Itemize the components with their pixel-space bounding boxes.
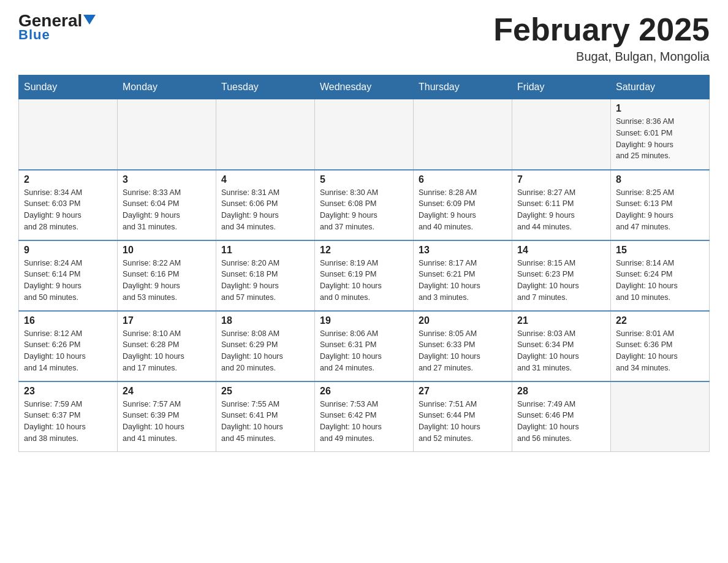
day-cell: 21Sunrise: 8:03 AM Sunset: 6:34 PM Dayli… xyxy=(512,311,611,381)
day-cell xyxy=(315,99,414,170)
day-info: Sunrise: 7:59 AM Sunset: 6:37 PM Dayligh… xyxy=(24,399,112,445)
day-number: 7 xyxy=(517,174,605,185)
day-info: Sunrise: 8:34 AM Sunset: 6:03 PM Dayligh… xyxy=(24,187,112,233)
day-cell: 26Sunrise: 7:53 AM Sunset: 6:42 PM Dayli… xyxy=(315,381,414,452)
day-cell: 27Sunrise: 7:51 AM Sunset: 6:44 PM Dayli… xyxy=(414,381,512,452)
header-monday: Monday xyxy=(118,75,216,99)
day-info: Sunrise: 8:01 AM Sunset: 6:36 PM Dayligh… xyxy=(616,328,704,374)
day-info: Sunrise: 7:53 AM Sunset: 6:42 PM Dayligh… xyxy=(320,399,408,445)
weekday-header-row: Sunday Monday Tuesday Wednesday Thursday… xyxy=(19,75,710,99)
header-saturday: Saturday xyxy=(611,75,710,99)
day-cell: 10Sunrise: 8:22 AM Sunset: 6:16 PM Dayli… xyxy=(118,240,216,311)
day-number: 10 xyxy=(123,245,211,256)
day-cell: 6Sunrise: 8:28 AM Sunset: 6:09 PM Daylig… xyxy=(414,170,512,240)
day-info: Sunrise: 8:14 AM Sunset: 6:24 PM Dayligh… xyxy=(616,258,704,304)
day-number: 16 xyxy=(24,315,112,326)
day-number: 19 xyxy=(320,315,408,326)
day-number: 24 xyxy=(123,386,211,397)
day-number: 17 xyxy=(123,315,211,326)
week-row-3: 9Sunrise: 8:24 AM Sunset: 6:14 PM Daylig… xyxy=(19,240,710,311)
day-cell: 1Sunrise: 8:36 AM Sunset: 6:01 PM Daylig… xyxy=(611,99,710,170)
day-info: Sunrise: 8:12 AM Sunset: 6:26 PM Dayligh… xyxy=(24,328,112,374)
day-number: 9 xyxy=(24,245,112,256)
day-number: 18 xyxy=(221,315,309,326)
week-row-5: 23Sunrise: 7:59 AM Sunset: 6:37 PM Dayli… xyxy=(19,381,710,452)
day-info: Sunrise: 8:17 AM Sunset: 6:21 PM Dayligh… xyxy=(419,258,507,304)
title-area: February 2025 Bugat, Bulgan, Mongolia xyxy=(493,12,710,64)
day-number: 13 xyxy=(419,245,507,256)
day-info: Sunrise: 8:15 AM Sunset: 6:23 PM Dayligh… xyxy=(517,258,605,304)
header-sunday: Sunday xyxy=(19,75,118,99)
header-friday: Friday xyxy=(512,75,611,99)
day-cell xyxy=(512,99,611,170)
day-number: 11 xyxy=(221,245,309,256)
day-cell: 15Sunrise: 8:14 AM Sunset: 6:24 PM Dayli… xyxy=(611,240,710,311)
day-info: Sunrise: 8:05 AM Sunset: 6:33 PM Dayligh… xyxy=(419,328,507,374)
day-number: 1 xyxy=(616,103,704,114)
day-number: 20 xyxy=(419,315,507,326)
day-info: Sunrise: 8:27 AM Sunset: 6:11 PM Dayligh… xyxy=(517,187,605,233)
header-wednesday: Wednesday xyxy=(315,75,414,99)
day-cell: 3Sunrise: 8:33 AM Sunset: 6:04 PM Daylig… xyxy=(118,170,216,240)
day-cell: 5Sunrise: 8:30 AM Sunset: 6:08 PM Daylig… xyxy=(315,170,414,240)
calendar-table: Sunday Monday Tuesday Wednesday Thursday… xyxy=(18,75,710,452)
logo: General Blue xyxy=(18,12,96,43)
header: General Blue February 2025 Bugat, Bulgan… xyxy=(18,12,710,64)
day-cell: 22Sunrise: 8:01 AM Sunset: 6:36 PM Dayli… xyxy=(611,311,710,381)
day-cell: 14Sunrise: 8:15 AM Sunset: 6:23 PM Dayli… xyxy=(512,240,611,311)
header-tuesday: Tuesday xyxy=(216,75,315,99)
day-cell: 19Sunrise: 8:06 AM Sunset: 6:31 PM Dayli… xyxy=(315,311,414,381)
day-number: 6 xyxy=(419,174,507,185)
day-number: 28 xyxy=(517,386,605,397)
day-info: Sunrise: 8:31 AM Sunset: 6:06 PM Dayligh… xyxy=(221,187,309,233)
day-cell xyxy=(118,99,216,170)
header-thursday: Thursday xyxy=(414,75,512,99)
day-number: 3 xyxy=(123,174,211,185)
day-number: 2 xyxy=(24,174,112,185)
day-info: Sunrise: 7:51 AM Sunset: 6:44 PM Dayligh… xyxy=(419,399,507,445)
day-info: Sunrise: 8:30 AM Sunset: 6:08 PM Dayligh… xyxy=(320,187,408,233)
day-number: 27 xyxy=(419,386,507,397)
day-info: Sunrise: 8:08 AM Sunset: 6:29 PM Dayligh… xyxy=(221,328,309,374)
day-number: 15 xyxy=(616,245,704,256)
day-info: Sunrise: 8:22 AM Sunset: 6:16 PM Dayligh… xyxy=(123,258,211,304)
day-cell xyxy=(216,99,315,170)
day-info: Sunrise: 8:28 AM Sunset: 6:09 PM Dayligh… xyxy=(419,187,507,233)
day-info: Sunrise: 8:24 AM Sunset: 6:14 PM Dayligh… xyxy=(24,258,112,304)
week-row-4: 16Sunrise: 8:12 AM Sunset: 6:26 PM Dayli… xyxy=(19,311,710,381)
day-cell: 8Sunrise: 8:25 AM Sunset: 6:13 PM Daylig… xyxy=(611,170,710,240)
day-cell: 20Sunrise: 8:05 AM Sunset: 6:33 PM Dayli… xyxy=(414,311,512,381)
day-number: 26 xyxy=(320,386,408,397)
day-number: 12 xyxy=(320,245,408,256)
day-info: Sunrise: 8:33 AM Sunset: 6:04 PM Dayligh… xyxy=(123,187,211,233)
day-info: Sunrise: 8:03 AM Sunset: 6:34 PM Dayligh… xyxy=(517,328,605,374)
day-cell: 25Sunrise: 7:55 AM Sunset: 6:41 PM Dayli… xyxy=(216,381,315,452)
day-info: Sunrise: 8:19 AM Sunset: 6:19 PM Dayligh… xyxy=(320,258,408,304)
day-number: 5 xyxy=(320,174,408,185)
week-row-1: 1Sunrise: 8:36 AM Sunset: 6:01 PM Daylig… xyxy=(19,99,710,170)
location-title: Bugat, Bulgan, Mongolia xyxy=(493,50,710,64)
day-cell: 18Sunrise: 8:08 AM Sunset: 6:29 PM Dayli… xyxy=(216,311,315,381)
day-cell: 16Sunrise: 8:12 AM Sunset: 6:26 PM Dayli… xyxy=(19,311,118,381)
day-number: 22 xyxy=(616,315,704,326)
day-number: 4 xyxy=(221,174,309,185)
day-info: Sunrise: 7:57 AM Sunset: 6:39 PM Dayligh… xyxy=(123,399,211,445)
day-cell xyxy=(611,381,710,452)
day-info: Sunrise: 8:25 AM Sunset: 6:13 PM Dayligh… xyxy=(616,187,704,233)
day-info: Sunrise: 8:06 AM Sunset: 6:31 PM Dayligh… xyxy=(320,328,408,374)
day-number: 23 xyxy=(24,386,112,397)
day-cell: 4Sunrise: 8:31 AM Sunset: 6:06 PM Daylig… xyxy=(216,170,315,240)
day-number: 25 xyxy=(221,386,309,397)
day-info: Sunrise: 8:10 AM Sunset: 6:28 PM Dayligh… xyxy=(123,328,211,374)
day-cell xyxy=(19,99,118,170)
week-row-2: 2Sunrise: 8:34 AM Sunset: 6:03 PM Daylig… xyxy=(19,170,710,240)
day-info: Sunrise: 7:55 AM Sunset: 6:41 PM Dayligh… xyxy=(221,399,309,445)
day-cell: 9Sunrise: 8:24 AM Sunset: 6:14 PM Daylig… xyxy=(19,240,118,311)
day-info: Sunrise: 8:20 AM Sunset: 6:18 PM Dayligh… xyxy=(221,258,309,304)
day-number: 21 xyxy=(517,315,605,326)
day-cell xyxy=(414,99,512,170)
logo-blue: Blue xyxy=(18,27,50,43)
day-number: 8 xyxy=(616,174,704,185)
day-cell: 13Sunrise: 8:17 AM Sunset: 6:21 PM Dayli… xyxy=(414,240,512,311)
day-info: Sunrise: 8:36 AM Sunset: 6:01 PM Dayligh… xyxy=(616,116,704,162)
